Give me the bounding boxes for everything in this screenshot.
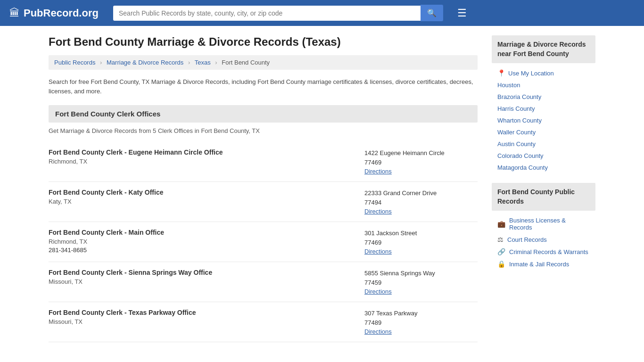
search-icon: 🔍 (427, 9, 437, 17)
search-area: 🔍 (113, 5, 443, 21)
sidebar-item-court-records[interactable]: ⚖ Court Records (492, 233, 595, 246)
directions-link-4[interactable]: Directions (364, 328, 392, 335)
office-right-4: 307 Texas Parkway77489 Directions (364, 309, 478, 335)
site-header: 🏛 PubRecord.org 🔍 ☰ (0, 0, 644, 26)
use-location-link[interactable]: Use My Location (508, 70, 554, 77)
scales-icon: ⚖ (497, 236, 504, 243)
office-left-2: Fort Bend County Clerk - Main Office Ric… (49, 229, 364, 255)
office-city-1: Katy, TX (49, 198, 355, 205)
sidebar-item-business-licenses[interactable]: 💼 Business Licenses & Records (492, 214, 595, 233)
office-name-1: Fort Bend County Clerk - Katy Office (49, 189, 355, 196)
section-header: Fort Bend County Clerk Offices (49, 105, 478, 123)
directions-link-3[interactable]: Directions (364, 288, 392, 295)
office-name-0: Fort Bend County Clerk - Eugene Heimann … (49, 148, 355, 156)
sidebar-nearby-list: 📍 Use My Location Houston Brazoria Count… (492, 67, 595, 173)
main-content: Fort Bend County Marriage & Divorce Reco… (49, 35, 478, 342)
office-left-3: Fort Bend County Clerk - Sienna Springs … (49, 269, 364, 295)
office-city-0: Richmond, TX (49, 158, 355, 165)
offices-list: Fort Bend County Clerk - Eugene Heimann … (49, 142, 478, 342)
page-title: Fort Bend County Marriage & Divorce Reco… (49, 35, 478, 49)
sidebar-nearby-title: Marriage & Divorce Records near Fort Ben… (492, 35, 595, 63)
office-left-4: Fort Bend County Clerk - Texas Parkway O… (49, 309, 364, 335)
page-description: Search for free Fort Bend County, TX Mar… (49, 77, 478, 96)
lock-icon: 🔒 (497, 260, 505, 268)
directions-link-1[interactable]: Directions (364, 208, 392, 215)
sidebar-item-criminal-records[interactable]: 🔗 Criminal Records & Warrants (492, 246, 595, 258)
office-address-1: 22333 Grand Corner Drive77494 (364, 189, 478, 207)
site-logo[interactable]: 🏛 PubRecord.org (9, 7, 104, 19)
directions-link-0[interactable]: Directions (364, 168, 392, 175)
office-entry-3: Fort Bend County Clerk - Sienna Springs … (49, 262, 478, 302)
sidebar-item-houston[interactable]: Houston (492, 79, 595, 91)
sidebar-item-wharton[interactable]: Wharton County (492, 115, 595, 126)
office-entry-4: Fort Bend County Clerk - Texas Parkway O… (49, 302, 478, 342)
office-city-3: Missouri, TX (49, 278, 355, 285)
office-entry-2: Fort Bend County Clerk - Main Office Ric… (49, 222, 478, 262)
sidebar-item-colorado[interactable]: Colorado County (492, 150, 595, 162)
office-right-0: 1422 Eugene Heimann Circle77469 Directio… (364, 148, 478, 175)
breadcrumb-sep-2: › (188, 59, 190, 66)
office-city-4: Missouri, TX (49, 318, 355, 325)
office-address-0: 1422 Eugene Heimann Circle77469 (364, 148, 478, 167)
sidebar: Marriage & Divorce Records near Fort Ben… (492, 35, 595, 342)
office-entry-0: Fort Bend County Clerk - Eugene Heimann … (49, 142, 478, 182)
search-input[interactable] (113, 6, 421, 21)
office-entry-1: Fort Bend County Clerk - Katy Office Kat… (49, 182, 478, 222)
office-name-4: Fort Bend County Clerk - Texas Parkway O… (49, 309, 355, 316)
logo-icon: 🏛 (9, 7, 20, 19)
main-container: Fort Bend County Marriage & Divorce Reco… (39, 26, 605, 352)
office-right-3: 5855 Sienna Springs Way77459 Directions (364, 269, 478, 295)
breadcrumb-sep-3: › (215, 59, 217, 66)
sidebar-item-austin[interactable]: Austin County (492, 138, 595, 150)
search-button[interactable]: 🔍 (421, 5, 443, 21)
office-name-2: Fort Bend County Clerk - Main Office (49, 229, 355, 236)
office-address-4: 307 Texas Parkway77489 (364, 309, 478, 327)
section-subtitle: Get Marriage & Divorce Records from 5 Cl… (49, 127, 478, 134)
link-icon: 🔗 (497, 248, 505, 255)
office-left-0: Fort Bend County Clerk - Eugene Heimann … (49, 148, 364, 175)
office-name-3: Fort Bend County Clerk - Sienna Springs … (49, 269, 355, 276)
sidebar-item-matagorda[interactable]: Matagorda County (492, 162, 595, 173)
sidebar-use-location[interactable]: 📍 Use My Location (492, 67, 595, 79)
directions-link-2[interactable]: Directions (364, 248, 392, 255)
breadcrumb: Public Records › Marriage & Divorce Reco… (49, 55, 478, 70)
office-city-2: Richmond, TX (49, 238, 355, 245)
sidebar-public-records-list: 💼 Business Licenses & Records ⚖ Court Re… (492, 214, 595, 270)
office-address-2: 301 Jackson Street77469 (364, 229, 478, 247)
sidebar-item-brazoria[interactable]: Brazoria County (492, 91, 595, 103)
breadcrumb-link-public-records[interactable]: Public Records (54, 59, 95, 66)
sidebar-public-records-title: Fort Bend County Public Records (492, 183, 595, 211)
sidebar-item-inmate-records[interactable]: 🔒 Inmate & Jail Records (492, 258, 595, 270)
office-phone-2: 281-341-8685 (49, 247, 355, 254)
breadcrumb-link-texas[interactable]: Texas (195, 59, 211, 66)
menu-button[interactable]: ☰ (457, 7, 467, 19)
sidebar-item-harris[interactable]: Harris County (492, 103, 595, 115)
hamburger-icon: ☰ (457, 7, 467, 19)
breadcrumb-sep-1: › (100, 59, 102, 66)
breadcrumb-current: Fort Bend County (222, 59, 270, 66)
office-right-1: 22333 Grand Corner Drive77494 Directions (364, 189, 478, 215)
location-pin-icon: 📍 (497, 69, 505, 77)
briefcase-icon: 💼 (497, 220, 505, 228)
logo-text: PubRecord.org (24, 7, 99, 19)
breadcrumb-link-marriage-divorce[interactable]: Marriage & Divorce Records (107, 59, 183, 66)
office-right-2: 301 Jackson Street77469 Directions (364, 229, 478, 255)
sidebar-item-waller[interactable]: Waller County (492, 126, 595, 138)
office-address-3: 5855 Sienna Springs Way77459 (364, 269, 478, 287)
office-left-1: Fort Bend County Clerk - Katy Office Kat… (49, 189, 364, 215)
